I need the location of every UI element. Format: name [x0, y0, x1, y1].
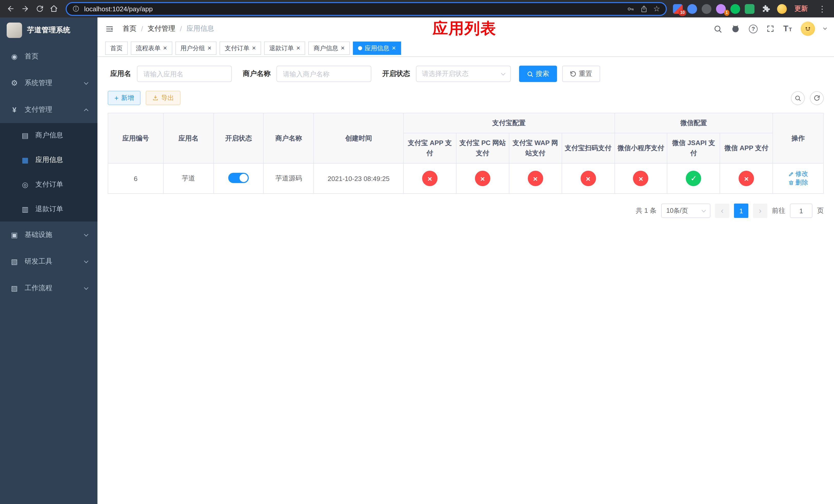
bookmark-star-icon[interactable] — [653, 4, 660, 13]
tab-home[interactable]: 首页 — [105, 42, 128, 55]
column-header: 应用编号 — [108, 113, 163, 164]
sub-column-header: 支付宝 PC 网站支付 — [456, 133, 509, 164]
chrome-update-button[interactable]: 更新 — [791, 3, 811, 14]
tab-pay-order[interactable]: 支付订单 — [220, 42, 261, 55]
edit-button[interactable]: 修改 — [788, 170, 808, 179]
sidebar-item-merchant-info[interactable]: 商户信息 — [0, 123, 97, 148]
url-text: localhost:1024/pay/app — [84, 5, 622, 13]
tab-merchant-info[interactable]: 商户信息 — [308, 42, 350, 55]
chevron-down-icon — [501, 71, 505, 75]
extension-dark-icon[interactable] — [702, 4, 711, 14]
url-bar[interactable]: localhost:1024/pay/app — [66, 2, 667, 16]
search-button[interactable]: 搜索 — [519, 66, 557, 82]
user-avatar[interactable] — [801, 22, 815, 36]
share-icon[interactable] — [640, 5, 648, 13]
search-icon[interactable] — [714, 24, 722, 33]
extension-grid-icon[interactable]: 10 — [673, 4, 683, 14]
prev-page-button[interactable] — [715, 204, 729, 218]
close-icon[interactable] — [252, 45, 256, 52]
total-count: 共 1 条 — [636, 206, 657, 215]
dashboard-icon — [10, 52, 19, 61]
sidebar-item-app-info[interactable]: 应用信息 — [0, 148, 97, 172]
close-icon[interactable] — [392, 45, 396, 52]
tab-refund-order[interactable]: 退款订单 — [264, 42, 305, 55]
breadcrumb: 首页 支付管理 应用信息 — [123, 24, 214, 33]
status-select[interactable]: 请选择开启状态 — [416, 66, 511, 82]
breadcrumb-current: 应用信息 — [186, 24, 214, 33]
devtools-icon — [10, 257, 19, 266]
password-key-icon[interactable] — [627, 5, 634, 13]
help-icon[interactable] — [749, 24, 758, 33]
browser-forward-icon[interactable] — [19, 2, 32, 15]
tab-app-info[interactable]: 应用信息 — [353, 42, 401, 55]
avatar-caret-icon[interactable] — [823, 26, 827, 30]
toggle-search-icon[interactable] — [791, 91, 805, 105]
goto-page-input[interactable] — [790, 204, 812, 218]
reset-button[interactable]: 重置 — [562, 66, 600, 82]
sidebar-item-pay-order[interactable]: 支付订单 — [0, 172, 97, 197]
browser-reload-icon[interactable] — [33, 2, 46, 15]
browser-menu-icon[interactable] — [815, 2, 829, 15]
close-icon[interactable] — [341, 45, 345, 52]
sidebar-item-workflow[interactable]: 工作流程 — [0, 275, 97, 301]
cell-actions: 修改 删除 — [773, 164, 824, 194]
next-page-button[interactable] — [753, 204, 767, 218]
merchant-name-input[interactable] — [276, 66, 371, 82]
sidebar-item-payment[interactable]: 支付管理 — [0, 96, 97, 123]
breadcrumb-separator — [175, 25, 187, 32]
goto-label: 前往 — [772, 206, 785, 215]
github-icon[interactable] — [731, 24, 740, 33]
fullscreen-icon[interactable] — [766, 25, 774, 33]
browser-home-icon[interactable] — [47, 2, 61, 15]
extension-green-circle-icon[interactable] — [730, 4, 740, 14]
delete-button[interactable]: 删除 — [788, 179, 808, 187]
font-size-icon[interactable] — [783, 24, 792, 33]
page-size-select[interactable]: 10条/页 — [661, 204, 710, 218]
sidebar-item-refund-order[interactable]: 退款订单 — [0, 197, 97, 222]
sidebar-item-devtools[interactable]: 研发工具 — [0, 248, 97, 275]
sidebar-menu: 首页 系统管理 支付管理 商户信息 — [0, 43, 97, 301]
sub-column-header: 支付宝扫码支付 — [562, 133, 614, 164]
sidebar-item-home[interactable]: 首页 — [0, 43, 97, 70]
status-toggle[interactable] — [228, 173, 249, 183]
sub-column-header: 微信小程序支付 — [614, 133, 667, 164]
navbar-actions — [714, 22, 826, 36]
add-button[interactable]: 新增 — [108, 91, 140, 105]
sidebar-item-system[interactable]: 系统管理 — [0, 70, 97, 96]
close-icon[interactable] — [207, 45, 211, 52]
infrastructure-icon — [10, 231, 19, 239]
group-header-wechat: 微信配置 — [614, 113, 773, 133]
sidebar-item-label: 研发工具 — [25, 257, 52, 266]
chevron-down-icon — [84, 285, 88, 290]
extension-avatar-icon[interactable]: 1 — [716, 4, 726, 14]
tab-user-group[interactable]: 用户分组 — [175, 42, 216, 55]
column-header: 商户名称 — [264, 113, 314, 164]
close-icon[interactable] — [163, 45, 167, 52]
app-name-label: 应用名 — [110, 69, 131, 78]
app-title: 芋道管理系统 — [27, 26, 70, 35]
current-page-button[interactable]: 1 — [734, 204, 748, 218]
tab-label: 退款订单 — [269, 44, 294, 52]
cell-app-id: 6 — [108, 164, 163, 194]
browser-back-icon[interactable] — [4, 2, 18, 15]
profile-avatar[interactable] — [777, 4, 787, 14]
refresh-icon[interactable] — [810, 91, 824, 105]
extension-drop-icon[interactable] — [687, 4, 697, 14]
browser-toolbar: localhost:1024/pay/app 10 1 更新 — [0, 0, 834, 18]
export-button[interactable]: 导出 — [146, 91, 180, 105]
sub-column-header: 微信 APP 支付 — [720, 133, 773, 164]
app-grid-icon — [21, 156, 30, 164]
breadcrumb-home[interactable]: 首页 — [123, 24, 136, 33]
chevron-down-icon — [84, 80, 88, 85]
site-info-icon[interactable] — [72, 5, 80, 12]
extension-green-square-icon[interactable] — [745, 4, 754, 14]
hamburger-icon[interactable] — [105, 24, 114, 33]
tags-view-bar: 首页 流程表单 用户分组 支付订单 退款订单 — [97, 40, 834, 57]
tab-process-form[interactable]: 流程表单 — [131, 42, 172, 55]
close-icon[interactable] — [297, 45, 300, 52]
sidebar-item-infrastructure[interactable]: 基础设施 — [0, 222, 97, 248]
app-name-input[interactable] — [137, 66, 232, 82]
column-header: 操作 — [773, 113, 824, 164]
breadcrumb-payment[interactable]: 支付管理 — [148, 24, 175, 33]
extensions-puzzle-icon[interactable] — [759, 2, 772, 15]
